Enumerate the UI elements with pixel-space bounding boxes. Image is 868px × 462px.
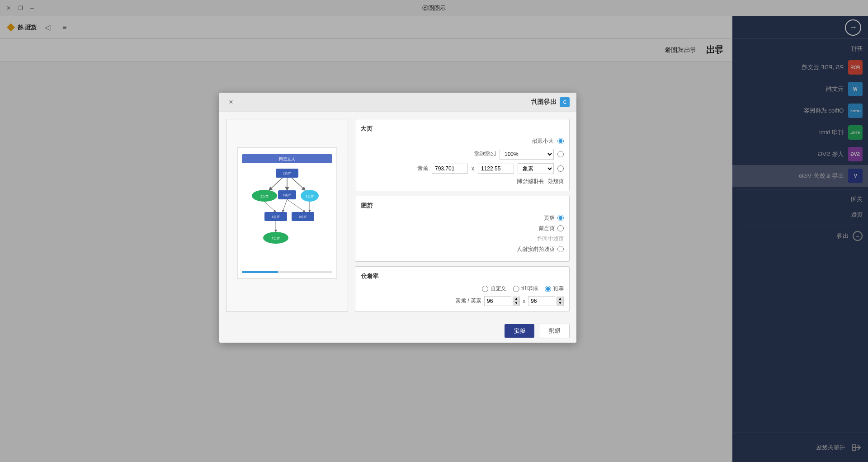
svg-text:节点6: 节点6 [299, 215, 307, 219]
dpi-width-input[interactable] [528, 296, 555, 306]
page-size-section: 页大 大小原始 比缩矩缩 100% 50% 75% 150% 200% [355, 119, 570, 191]
custom-dpi-option: 义宝自 [482, 285, 506, 292]
dpi-width-group: ▲ ▼ [528, 296, 564, 306]
screen-dpi-label: 幕屏 [553, 285, 564, 292]
preview-canvas: 人义定用 节点1 节点2 节点3 [226, 119, 348, 311]
print-dpi-option: 刷印1lt [513, 285, 538, 292]
svg-text:节点1: 节点1 [283, 172, 291, 175]
dpi-width-spinner: ▲ ▼ [557, 297, 564, 306]
custom-size-row: 象素 x 象素 mm inch [361, 163, 564, 174]
modal-overlay: × C 出导图片 人义定用 [0, 0, 868, 462]
all-pages-radio[interactable] [557, 215, 564, 221]
preview-panel: 人义定用 节点1 节点2 节点3 [226, 119, 348, 312]
page-range-section: 范围 整页 页当前 页数中间件 页数的指定输入 [355, 196, 570, 262]
dpi-height-down[interactable]: ▼ [513, 301, 520, 306]
svg-text:节点5: 节点5 [272, 215, 280, 219]
custom-size-radio[interactable] [557, 165, 564, 172]
x-separator: x [472, 165, 474, 172]
modal-header: × C 出导图片 [219, 93, 576, 112]
diagram-preview: 人义定用 节点1 节点2 节点3 [235, 145, 339, 285]
svg-text:节点4: 节点4 [306, 195, 314, 198]
settings-panel: 页大 大小原始 比缩矩缩 100% 50% 75% 150% 200% [355, 119, 570, 312]
middle-pages-row: 页数中间件 [361, 235, 564, 243]
zoom-label: 比缩矩缩 [474, 150, 496, 158]
height-input[interactable] [432, 164, 468, 174]
svg-text:节点7: 节点7 [272, 237, 280, 240]
current-page-row: 页当前 [361, 225, 564, 232]
dpi-height-up[interactable]: ▲ [513, 297, 520, 301]
dpi-width-down[interactable]: ▼ [557, 301, 564, 306]
modal-title-icon: C [560, 97, 570, 107]
dpi-x-separator: x [523, 298, 525, 304]
modal-body: 人义定用 节点1 节点2 节点3 [219, 112, 576, 319]
fit-page-row: 并排版绘制 页默按 [361, 178, 564, 185]
export-modal: × C 出导图片 人义定用 [219, 93, 576, 343]
width-input[interactable] [478, 164, 514, 174]
unit-select[interactable]: 象素 mm inch [518, 163, 554, 174]
dpi-height-group: ▲ ▼ [484, 296, 520, 306]
specific-pages-radio[interactable] [557, 246, 564, 252]
specific-pages-row: 页数的指定输入 [361, 245, 564, 253]
middle-pages-label: 页数中间件 [537, 235, 564, 243]
dpi-input-label: 素英 \ 象素 [455, 297, 481, 305]
confirm-button[interactable]: 确定 [505, 324, 534, 338]
all-pages-label: 整页 [544, 214, 555, 222]
original-size-radio[interactable] [557, 138, 564, 144]
dpi-options: 义宝自 刷印1lt 幕屏 [361, 285, 564, 292]
page-size-title: 页大 [361, 125, 564, 133]
current-page-radio[interactable] [557, 225, 564, 231]
custom-dpi-radio[interactable] [482, 285, 488, 292]
fit-orientation-label: 并排版绘制 [517, 178, 544, 185]
svg-text:人义定用: 人义定用 [279, 157, 295, 161]
svg-text:节点3: 节点3 [283, 193, 291, 197]
zoom-select[interactable]: 100% 50% 75% 150% 200% [500, 149, 554, 160]
dpi-height-spinner: ▲ ▼ [513, 297, 520, 306]
dpi-title: 率像分 [361, 272, 564, 280]
original-size-label: 大小原始 [532, 137, 554, 145]
dpi-width-up[interactable]: ▲ [557, 297, 564, 301]
fit-page-label: 页默按 [547, 178, 564, 185]
print-dpi-label: 刷印1lt [521, 285, 538, 292]
dpi-inputs: 素英 \ 象素 ▲ ▼ x ▲ [361, 296, 564, 306]
svg-text:节点2: 节点2 [260, 195, 269, 198]
cancel-button[interactable]: 取消 [539, 324, 570, 338]
modal-close-button[interactable]: × [226, 97, 236, 107]
custom-dpi-label: 义宝自 [490, 285, 506, 292]
page-range-title: 范围 [361, 202, 564, 210]
screen-dpi-radio[interactable] [545, 285, 551, 292]
dpi-section: 率像分 义宝自 刷印1lt 幕屏 [355, 266, 570, 312]
screen-dpi-option: 幕屏 [545, 285, 564, 292]
dpi-height-input[interactable] [484, 296, 511, 306]
original-size-row: 大小原始 [361, 137, 564, 145]
modal-footer: 确定 取消 [219, 319, 576, 343]
svg-rect-27 [242, 271, 278, 273]
custom-unit-label: 象素 [417, 165, 428, 172]
all-pages-row: 整页 [361, 214, 564, 222]
modal-title-text: 出导图片 [531, 98, 556, 106]
zoom-radio[interactable] [557, 151, 564, 157]
print-dpi-radio[interactable] [513, 285, 519, 292]
current-page-label: 页当前 [538, 225, 555, 232]
modal-title: C 出导图片 [531, 97, 570, 107]
zoom-row: 比缩矩缩 100% 50% 75% 150% 200% [361, 149, 564, 160]
specific-pages-label: 页数的指定输入 [517, 245, 555, 253]
svg-rect-1 [237, 147, 337, 278]
